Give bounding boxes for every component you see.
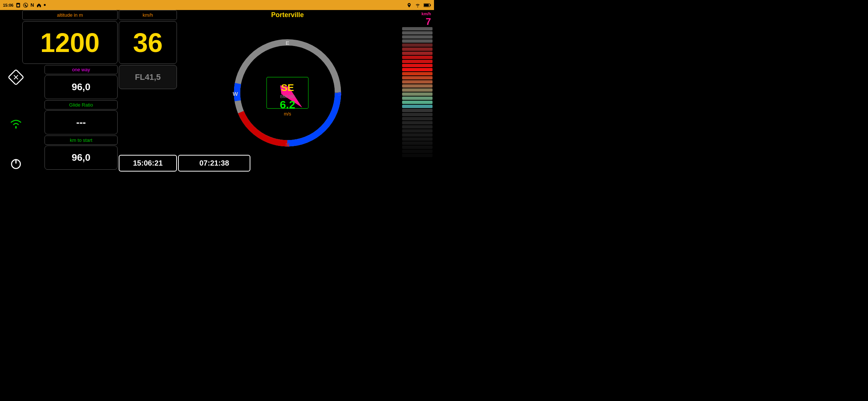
bar-item [402,64,433,67]
svg-text:m/s: m/s [284,111,291,116]
location-icon [407,3,412,8]
bar-item [402,129,433,133]
bar-item [402,150,433,153]
compass-svg: E S N W SE BMP380 6.2 m/s [232,37,343,149]
bar-item [402,113,433,116]
bar-item [402,109,433,112]
status-bar: 15:06 N • [0,0,434,10]
svg-point-10 [15,126,17,128]
bar-item [402,56,433,59]
bar-item [402,133,433,137]
one-way-label: one way [45,65,118,74]
compass-container: E S N W SE BMP380 6.2 m/s [178,10,397,175]
svg-point-3 [408,4,410,5]
bar-item [402,117,433,120]
one-way-value: 96,0 [45,75,118,99]
time-current: 15:06:21 [119,155,177,172]
status-time: 15:06 [3,3,13,7]
bar-item [402,105,433,108]
bar-item [402,84,433,88]
bar-item [402,48,433,51]
bar-item [402,27,433,30]
svg-rect-6 [430,4,431,6]
sim-icon [16,3,21,8]
altitude-value: 1200 [22,21,118,64]
wifi-status-icon [415,3,421,8]
speed-value: 36 [119,21,177,64]
bar-item [402,121,433,124]
rotation-icon[interactable] [6,65,26,89]
bar-item [402,97,433,100]
km-to-start-label: km to start [45,136,118,145]
speed-bars-panel: km/h 7 [401,10,434,200]
home-icon [36,3,42,8]
bar-item [402,92,433,96]
glide-ratio-label: Glide Ratio [45,100,118,110]
km-to-start-value: 96,0 [45,146,118,170]
bar-item [402,76,433,79]
flight-level-value: FL41,5 [119,65,177,89]
call-icon [23,3,28,8]
netflix-icon: N [30,2,34,8]
bar-item [402,146,433,149]
svg-text:W: W [233,90,238,97]
bar-item [402,52,433,55]
status-left: 15:06 N • [3,1,46,9]
wind-speed-label: km/h [402,12,433,16]
svg-text:6.2: 6.2 [280,98,295,111]
bar-item [402,31,433,35]
svg-rect-1 [17,4,19,6]
status-right [407,3,431,8]
bar-item [402,154,433,157]
battery-status-icon [424,3,431,7]
bar-item [402,39,433,43]
bar-item [402,35,433,39]
bar-item [402,88,433,92]
svg-text:E: E [286,39,289,46]
bar-item [402,101,433,104]
dot-icon: • [44,1,46,9]
bar-item [402,141,433,145]
power-icon[interactable] [6,151,26,175]
bar-item [402,125,433,128]
svg-text:N: N [286,141,290,148]
bar-item [402,72,433,75]
altitude-label: altitude in m [22,10,118,20]
svg-text:SE: SE [281,82,294,93]
bar-item [402,80,433,84]
main-panel: altitude in m km/h Porterville 1200 36 o… [0,10,434,200]
wifi-icon[interactable] [6,110,26,134]
bar-item [402,43,433,47]
bar-item [402,68,433,71]
wind-speed-value: 7 [402,17,433,26]
bar-item [402,137,433,141]
speed-label: km/h [119,10,177,20]
svg-text:S: S [338,90,342,97]
svg-rect-5 [424,4,429,6]
glide-ratio-value: --- [45,110,118,134]
bar-item [402,60,433,63]
